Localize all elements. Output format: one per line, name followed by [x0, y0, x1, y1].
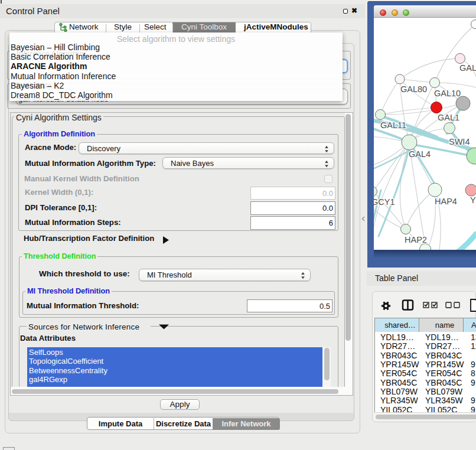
- svg-text:GAL11: GAL11: [380, 120, 406, 130]
- svg-text:GAL1: GAL1: [438, 113, 459, 122]
- svg-text:GAL4: GAL4: [409, 149, 431, 159]
- svg-text:Y: Y: [470, 195, 476, 205]
- svg-text:GAL2: GAL2: [459, 63, 476, 73]
- svg-text:GCY1: GCY1: [374, 197, 395, 207]
- svg-text:HAP4: HAP4: [435, 197, 457, 206]
- svg-text:SWI4: SWI4: [449, 137, 470, 146]
- svg-text:GAL80: GAL80: [400, 84, 427, 94]
- svg-text:HAP2: HAP2: [405, 235, 427, 244]
- svg-text:GAL10: GAL10: [434, 89, 461, 98]
